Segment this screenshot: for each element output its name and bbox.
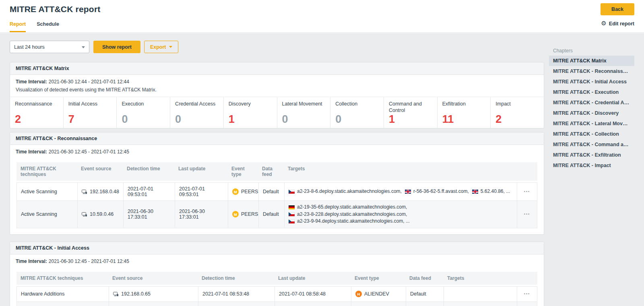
chapter-item-discovery[interactable]: MITRE ATT&CK - Discovery — [549, 108, 634, 118]
reconnaissance-table: MITRE ATT&CK techniques Event source Det… — [17, 162, 537, 228]
target-item: r-56-36-62-5.ff.avast.com, — [405, 188, 469, 195]
target-item: a2-19-35-65.deploy.static.akamaitechnolo… — [289, 204, 410, 211]
tactic-exfiltration: Exfiltration 11 — [438, 97, 491, 128]
chapter-item-exfiltration[interactable]: MITRE ATT&CK - Exfiltration — [549, 150, 634, 160]
event-source-cell: 192.168.0.65 — [109, 287, 198, 302]
time-interval-value: 2021-06-30 12:45 - 2021-07-01 12:45 — [49, 149, 129, 155]
time-range-value: Last 24 hours — [14, 44, 45, 50]
tactic-count: 0 — [335, 114, 379, 125]
column-header-data-feed: Data feed — [405, 272, 443, 285]
matrix-description: Visualization of detected events using t… — [10, 86, 544, 97]
chapters-sidebar: Chapters MITRE ATT&CK Matrix MITRE ATT&C… — [549, 41, 634, 306]
tab-schedule[interactable]: Schedule — [37, 21, 59, 32]
time-interval-label: Time Interval: — [16, 258, 47, 264]
event-type-label: PEERS — [241, 189, 258, 194]
table-body: Hardware Additions 192.168.0.65 2021-07-… — [17, 286, 537, 306]
data-feed-cell: Default — [258, 183, 284, 201]
data-feed-cell: Default — [258, 201, 284, 228]
tactic-initial-access: Initial Access 7 — [64, 97, 117, 128]
chapter-item-impact[interactable]: MITRE ATT&CK - Impact — [549, 160, 634, 171]
matrix-time-interval-block: Time Interval:2021-06-30 12:44 - 2021-07… — [10, 75, 544, 97]
event-type-cell: M PEERS — [228, 201, 258, 228]
targets-cell — [444, 287, 517, 302]
tactic-name: Credential Access — [175, 101, 219, 107]
matrix-section-title: MITRE ATT&CK Matrix — [10, 62, 544, 75]
chapter-item-credential-access[interactable]: MITRE ATT&CK - Credential Access — [549, 97, 634, 108]
column-header-last-update: Last update — [274, 272, 351, 285]
last-update-cell: 2021-06-30 17:33:01 — [175, 201, 228, 228]
chapter-item-initial-access[interactable]: MITRE ATT&CK - Initial Access — [549, 76, 634, 87]
row-actions-button[interactable]: ••• — [517, 302, 537, 306]
tactic-name: Command and Control — [389, 101, 432, 114]
data-feed-cell: Default — [406, 287, 444, 302]
back-button[interactable]: Back — [601, 3, 634, 15]
targets-cell: localhost — [444, 302, 517, 306]
tab-bar: Report Schedule — [10, 21, 59, 32]
chapter-item-collection[interactable]: MITRE ATT&CK - Collection — [549, 129, 634, 139]
country-flag-icon — [289, 212, 295, 216]
target-value: a2-19-35-65.deploy.static.akamaitechnolo… — [297, 204, 407, 211]
tactic-execution: Execution 0 — [117, 97, 170, 128]
edit-report-button[interactable]: ⚙ Edit report — [601, 21, 634, 27]
tactic-count: 7 — [68, 114, 112, 125]
target-value: a2-23-8-228.deploy.static.akamaitechnolo… — [297, 211, 407, 218]
initial-access-time-interval: Time Interval:2021-06-30 12:45 - 2021-07… — [10, 254, 544, 268]
event-source-cell: 192.168.0.48 — [77, 183, 123, 201]
targets-cell: a2-23-8-6.deploy.static.akamaitechnologi… — [284, 183, 517, 201]
event-type-badge-icon: M — [232, 188, 239, 195]
tactic-count: 11 — [442, 114, 486, 125]
chapter-item-lateral-movement[interactable]: MITRE ATT&CK - Lateral Movement — [549, 118, 634, 129]
event-source-cell: 157.230.32.46 — [109, 302, 198, 306]
chapter-item-matrix[interactable]: MITRE ATT&CK Matrix — [549, 56, 634, 66]
country-flag-icon — [289, 190, 295, 194]
table-body: Active Scanning 192.168.0.48 2021-07-01 … — [17, 182, 537, 228]
technique-cell: External Remote Services — [17, 302, 109, 306]
event-type-label: PEERS — [241, 211, 258, 217]
chapter-item-reconnaissance[interactable]: MITRE ATT&CK - Reconnaissance — [549, 66, 634, 76]
row-actions-button[interactable]: ••• — [517, 183, 537, 201]
target-value: a2-23-9-94.deploy.static.akamaitechnolog… — [297, 218, 410, 225]
target-item: a2-23-9-94.deploy.static.akamaitechnolog… — [289, 218, 410, 225]
column-header-techniques: MITRE ATT&CK techniques — [17, 272, 108, 285]
time-interval-value: 2021-06-30 12:45 - 2021-07-01 12:45 — [49, 258, 129, 264]
tactic-name: Reconnaissance — [15, 101, 58, 107]
event-type-badge-icon: M — [232, 211, 239, 217]
row-actions-button[interactable]: ••• — [517, 201, 537, 228]
tactic-command-and-control: Command and Control 1 — [384, 97, 438, 128]
tactics-row: Reconnaissance 2 Initial Access 7 Execut… — [10, 97, 544, 128]
country-flag-icon — [405, 190, 411, 194]
tactic-name: Discovery — [229, 101, 272, 107]
show-report-button[interactable]: Show report — [93, 41, 140, 53]
time-range-select[interactable]: Last 24 hours — [10, 41, 89, 53]
detection-time-cell: 2021-07-01 08:53:48 — [198, 287, 275, 302]
row-actions-button[interactable]: ••• — [517, 287, 537, 302]
time-interval-label: Time Interval: — [16, 79, 47, 85]
table-row: External Remote Services 157.230.32.46 2… — [17, 302, 537, 306]
tactic-count: 0 — [282, 114, 326, 125]
data-feed-cell: Default — [406, 302, 444, 306]
detection-time-cell: 2021-06-30 17:33:01 — [123, 201, 175, 228]
report-toolbar: Last 24 hours Show report Export — [10, 41, 544, 53]
export-button[interactable]: Export — [144, 41, 178, 53]
tab-report[interactable]: Report — [10, 21, 26, 32]
tactic-count: 0 — [175, 114, 219, 125]
tactic-collection: Collection 0 — [330, 97, 384, 128]
table-header: MITRE ATT&CK techniques Event source Det… — [17, 272, 537, 285]
chapter-item-execution[interactable]: MITRE ATT&CK - Execution — [549, 87, 634, 97]
tactic-credential-access: Credential Access 0 — [170, 97, 224, 128]
initial-access-table: MITRE ATT&CK techniques Event source Det… — [17, 272, 537, 306]
tactic-count: 0 — [122, 114, 165, 125]
event-source-value: 192.168.0.65 — [121, 291, 151, 297]
last-update-cell: 2021-07-01 09:53:01 — [175, 183, 228, 201]
reconnaissance-time-interval: Time Interval:2021-06-30 12:45 - 2021-07… — [10, 145, 544, 159]
target-value: r-56-36-62-5.ff.avast.com, — [413, 188, 469, 195]
target-item: a2-23-8-6.deploy.static.akamaitechnologi… — [289, 188, 402, 195]
column-header-actions — [517, 272, 537, 285]
tactic-count: 1 — [389, 114, 432, 125]
reconnaissance-section: MITRE ATT&CK - Reconnaissance Time Inter… — [10, 132, 544, 235]
target-item: 5.62.40.86, ... — [472, 188, 510, 195]
table-header: MITRE ATT&CK techniques Event source Det… — [17, 162, 537, 181]
event-type-cell: M PEERS — [228, 183, 258, 201]
column-header-actions — [517, 162, 537, 181]
chapter-item-command-and-control[interactable]: MITRE ATT&CK - Command and Co... — [549, 139, 634, 150]
